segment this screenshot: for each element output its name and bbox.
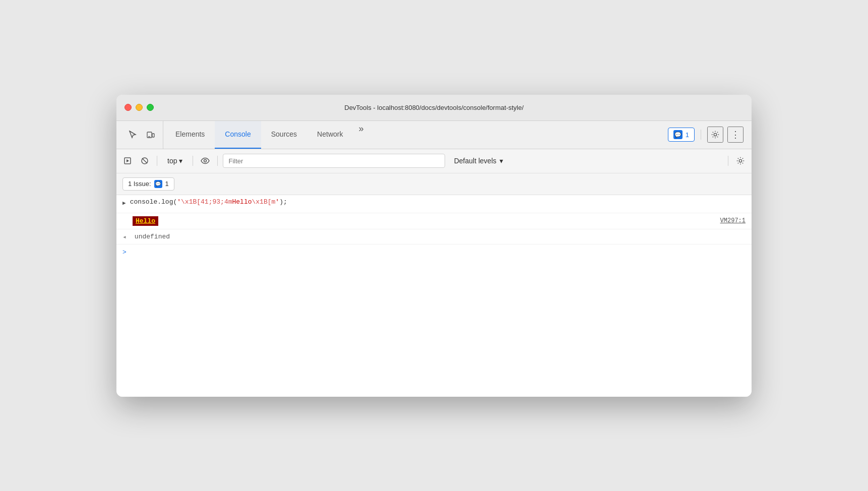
more-options-button[interactable]: ⋮ <box>727 127 743 143</box>
devtools-tools <box>120 121 163 149</box>
badge-count: 1 <box>686 131 689 139</box>
maximize-button[interactable] <box>147 104 154 111</box>
log-prefix: console.log( <box>130 198 177 206</box>
svg-rect-1 <box>152 134 154 137</box>
device-mode-button[interactable] <box>143 127 159 143</box>
traffic-lights <box>125 104 154 111</box>
svg-point-8 <box>204 160 207 162</box>
default-levels-label: Default levels <box>454 157 497 165</box>
issues-badge-button[interactable]: 💬 1 <box>668 128 695 142</box>
issues-pill-button[interactable]: 1 Issue: 💬 1 <box>122 177 174 191</box>
eye-button[interactable] <box>198 154 212 168</box>
hello-output-line: Hello VM297:1 <box>116 213 752 229</box>
log-statement: console.log('\x1B[41;93;4mHello\x1B[m'); <box>130 198 287 206</box>
prompt-arrow-icon: > <box>122 249 127 256</box>
log-string: '\x1B[41;93;4mHello\x1B[m' <box>177 198 279 206</box>
default-levels-button[interactable]: Default levels ▾ <box>448 155 509 167</box>
console-toolbar: top ▾ Default levels ▾ <box>116 149 752 173</box>
chat-bubble-icon: 💬 <box>673 130 683 139</box>
device-icon <box>147 131 155 139</box>
divider-1 <box>157 156 157 166</box>
undefined-line: ◂ undefined <box>116 229 752 244</box>
eye-icon <box>201 157 210 164</box>
levels-dropdown-icon: ▾ <box>500 157 503 165</box>
svg-marker-5 <box>127 159 129 162</box>
divider-2 <box>193 156 193 166</box>
titlebar: DevTools - localhost:8080/docs/devtools/… <box>116 95 752 121</box>
filter-input[interactable] <box>223 154 445 168</box>
hello-text: Hello <box>133 216 158 226</box>
ban-icon <box>141 157 149 165</box>
settings-gear-icon <box>711 130 720 139</box>
tabbar-right: 💬 1 ⋮ <box>664 121 748 149</box>
console-output: ▶ console.log('\x1B[41;93;4mHello\x1B[m'… <box>116 195 752 397</box>
inspect-element-button[interactable] <box>125 127 141 143</box>
console-gear-icon <box>736 156 745 165</box>
issues-label: 1 Issue: <box>128 180 151 188</box>
play-icon <box>124 157 131 164</box>
issues-bar: 1 Issue: 💬 1 <box>116 173 752 195</box>
log-statement-line: ▶ console.log('\x1B[41;93;4mHello\x1B[m'… <box>116 195 752 213</box>
tab-sources[interactable]: Sources <box>261 121 307 149</box>
devtools-window: DevTools - localhost:8080/docs/devtools/… <box>116 95 752 397</box>
clear-console-button[interactable] <box>120 154 135 168</box>
tab-elements[interactable]: Elements <box>165 121 215 149</box>
tab-network[interactable]: Network <box>307 121 353 149</box>
svg-line-7 <box>142 158 147 163</box>
context-dropdown[interactable]: top ▾ <box>162 155 188 167</box>
return-arrow-icon: ◂ <box>122 233 127 241</box>
svg-point-9 <box>739 159 741 162</box>
dropdown-arrow-icon: ▾ <box>179 157 182 165</box>
window-title: DevTools - localhost:8080/docs/devtools/… <box>344 104 524 111</box>
tabbar: Elements Console Sources Network » 💬 1 <box>116 121 752 149</box>
more-tabs-button[interactable]: » <box>353 121 369 137</box>
prompt-line[interactable]: > <box>116 244 752 260</box>
cursor-icon <box>129 131 137 139</box>
log-suffix: ); <box>279 198 287 206</box>
tab-console[interactable]: Console <box>215 121 261 149</box>
ban-button[interactable] <box>138 154 152 168</box>
divider-3 <box>217 156 218 166</box>
divider <box>701 130 701 140</box>
close-button[interactable] <box>125 104 132 111</box>
minimize-button[interactable] <box>136 104 143 111</box>
vm-link[interactable]: VM297:1 <box>720 217 746 224</box>
divider-4 <box>728 156 728 166</box>
settings-button[interactable] <box>707 127 723 143</box>
tabs: Elements Console Sources Network » <box>165 121 664 149</box>
undefined-text: undefined <box>135 233 170 240</box>
issues-count: 1 <box>165 180 169 188</box>
expand-arrow-icon[interactable]: ▶ <box>122 200 126 206</box>
svg-point-3 <box>714 133 716 136</box>
top-label: top <box>167 157 177 165</box>
issues-chat-icon: 💬 <box>154 180 162 188</box>
console-settings-button[interactable] <box>733 154 748 168</box>
